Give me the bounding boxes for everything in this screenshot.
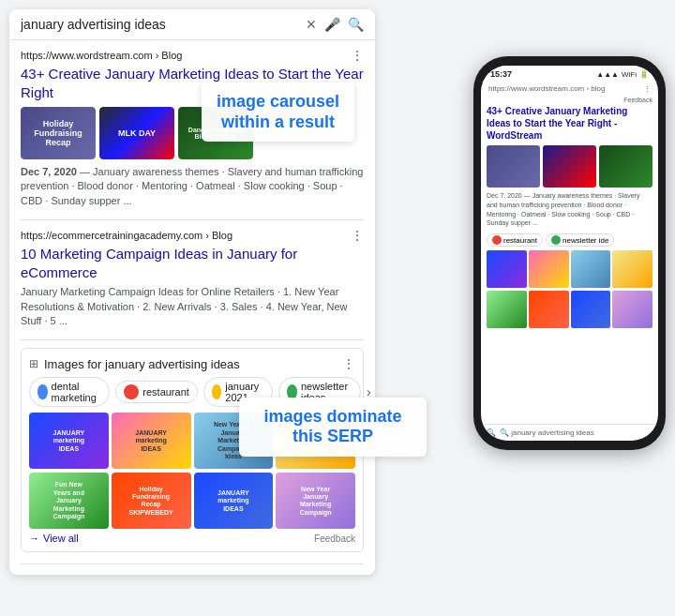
result-snippet-2: January Marketing Campaign Ideas for Onl…: [21, 285, 364, 328]
phone-filter-restaurant-label: restaurant: [503, 236, 537, 245]
phone-filter-restaurant[interactable]: restaurant: [487, 233, 543, 247]
phone-signal-icon: ▲▲▲: [596, 70, 619, 79]
phone-filter-newsletter[interactable]: newsletter ide: [546, 233, 614, 247]
phone-result-feedback: Feedback: [623, 97, 652, 103]
images-section-options[interactable]: ⋮: [342, 356, 355, 371]
phone-grid-img-4: [612, 250, 652, 288]
grid-img-2[interactable]: JANUARYmarketingIDEAS: [112, 413, 191, 469]
callout-images-text: images dominate this SERP: [254, 407, 412, 447]
phone-grid-img-5: [487, 291, 527, 328]
phone-screen: 15:37 ▲▲▲ WiFi 🔋 https://www.wordstream.…: [481, 66, 658, 441]
divider-2: [21, 339, 364, 340]
callout-carousel: image carouselwithin a result: [202, 83, 354, 142]
phone-search-icon: 🔍: [487, 428, 496, 437]
phone-grid-img-6: [529, 291, 569, 328]
grid-img-1[interactable]: JANUARYmarketingIDEAS: [29, 413, 109, 469]
callout-carousel-text: image carouselwithin a result: [217, 92, 339, 132]
images-section-title: ⊞ Images for january advertising ideas: [29, 357, 240, 371]
image-grid-row2: Fun NewYears andJanuaryMarketingCampaign…: [29, 473, 355, 529]
result-options-3[interactable]: ⋮: [351, 572, 364, 575]
filter-label-restaurant: restaurant: [142, 386, 189, 398]
view-all-button[interactable]: → View all: [29, 533, 79, 544]
carousel-img-box-2: MLK DAY: [99, 107, 174, 159]
search-icon[interactable]: 🔍: [348, 17, 364, 32]
phone-url-bar[interactable]: https://www.wordstream.com › blog ⋮: [481, 83, 658, 97]
phone-grid-img-1: [487, 250, 527, 288]
mic-icon[interactable]: 🎤: [324, 17, 340, 32]
result-url-row-3: https://marketingartfully.com › fun-new-…: [21, 572, 364, 575]
phone-status-bar: 15:37 ▲▲▲ WiFi 🔋: [481, 66, 658, 83]
images-section-header: ⊞ Images for january advertising ideas ⋮: [29, 356, 355, 371]
result-url-3: https://marketingartfully.com › fun-new-…: [21, 574, 276, 575]
phone-battery-icon: 🔋: [639, 70, 649, 79]
avatar-jan2021: [212, 384, 221, 399]
phone-grid-img-2: [529, 250, 569, 288]
grid-img-5[interactable]: Fun NewYears andJanuaryMarketingCampaign: [29, 473, 109, 529]
phone-url-text: https://www.wordstream.com › blog: [488, 84, 605, 93]
grid-icon: ⊞: [29, 357, 38, 370]
filter-chip-dental[interactable]: dental marketing: [29, 377, 110, 407]
result-url-2: https://ecommercetrainingacademy.com › B…: [21, 230, 232, 241]
callout-images: images dominate this SERP: [239, 398, 427, 457]
avatar-dental: [38, 384, 48, 399]
search-input[interactable]: [21, 17, 298, 32]
result-url-row-1: https://www.wordstream.com › Blog ⋮: [21, 48, 364, 63]
grid-img-7[interactable]: JANUARYmarketingIDEAS: [194, 473, 274, 529]
phone-filter-newsletter-label: newsletter ide: [562, 236, 608, 245]
phone-carousel-img-1: [487, 145, 540, 188]
filter-label-dental: dental marketing: [52, 381, 102, 403]
result-block-3: https://marketingartfully.com › fun-new-…: [21, 572, 364, 575]
phone-snippet: Dec 7, 2020 — January awareness themes ·…: [487, 191, 652, 228]
phone-carousel-img-2: [543, 145, 596, 188]
view-all-arrow: →: [29, 533, 39, 544]
phone-avatar-restaurant: [492, 235, 502, 245]
phone-carousel-img-3: [599, 145, 652, 188]
result-url-row-2: https://ecommercetrainingacademy.com › B…: [21, 228, 364, 243]
result-snippet-1: Dec 7, 2020 — January awareness themes ·…: [21, 165, 364, 208]
result-title-2[interactable]: 10 Marketing Campaign Ideas in January f…: [21, 245, 364, 281]
result-block-2: https://ecommercetrainingacademy.com › B…: [21, 228, 364, 328]
carousel-img-1: HolidayFundraisingRecap: [21, 107, 96, 159]
phone-wifi-icon: WiFi: [622, 70, 637, 79]
phone-grid-img-3: [571, 250, 611, 288]
view-all-label: View all: [43, 533, 79, 544]
phone-image-grid-1: [487, 250, 652, 288]
phone-grid-img-8: [612, 291, 652, 328]
divider-1: [21, 219, 364, 220]
result-options-1[interactable]: ⋮: [351, 48, 364, 63]
grid-img-6[interactable]: HolidayFundraisingRecapSKIPWEBEDY: [112, 473, 191, 529]
phone-carousel: [487, 145, 652, 188]
carousel-img-box-1: HolidayFundraisingRecap: [21, 107, 96, 159]
result-date-1: Dec 7, 2020: [21, 166, 77, 177]
filter-chip-restaurant[interactable]: restaurant: [115, 381, 198, 403]
phone-image-grid-2: [487, 291, 652, 328]
phone-search-bar[interactable]: 🔍 🔍 january advertising ideas: [481, 424, 658, 441]
phone-mockup: 15:37 ▲▲▲ WiFi 🔋 https://www.wordstream.…: [473, 56, 666, 450]
grid-img-8[interactable]: New YearJanuaryMarketingCampaign: [276, 473, 355, 529]
result-options-2[interactable]: ⋮: [351, 228, 364, 243]
phone-search-text: 🔍 january advertising ideas: [500, 428, 594, 437]
result-url-1: https://www.wordstream.com › Blog: [21, 50, 182, 61]
images-section-label: Images for january advertising ideas: [44, 357, 240, 371]
phone-grid-img-7: [571, 291, 611, 328]
phone-result-title: 43+ Creative January Marketing Ideas to …: [487, 105, 652, 142]
feedback-label[interactable]: Feedback: [314, 533, 355, 544]
phone-status-icons: ▲▲▲ WiFi 🔋: [596, 70, 649, 79]
search-icon-group: ✕ 🎤 🔍: [306, 17, 364, 32]
phone-feedback: ⋮: [644, 85, 651, 93]
images-footer: → View all Feedback: [29, 533, 355, 544]
phone-avatar-newsletter-sm: [551, 235, 561, 245]
carousel-img-2: MLK DAY: [99, 107, 174, 159]
phone-time: 15:37: [490, 69, 512, 79]
avatar-restaurant: [124, 384, 139, 399]
search-bar[interactable]: ✕ 🎤 🔍: [9, 9, 375, 40]
divider-3: [21, 563, 364, 564]
phone-content: Feedback 43+ Creative January Marketing …: [481, 97, 658, 424]
clear-icon[interactable]: ✕: [306, 17, 317, 32]
